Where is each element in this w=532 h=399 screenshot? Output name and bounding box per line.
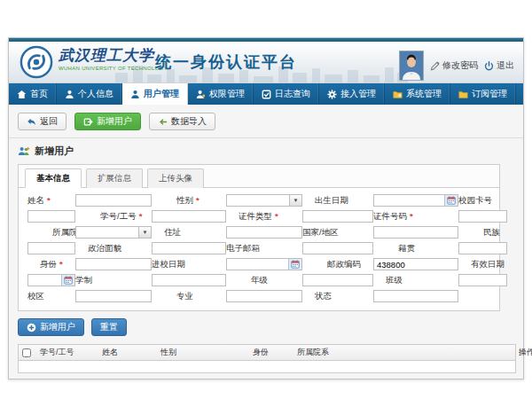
basic-info-form: 姓名* 性别* ▼ 出生日期 校园卡号 学号/工号* 证件类型* 证件号码* 所… xyxy=(19,188,499,310)
nav-item-log-query[interactable]: 日志查询 xyxy=(254,83,319,105)
student-id-input[interactable] xyxy=(152,210,226,223)
change-password-label: 修改密码 xyxy=(442,59,478,72)
status-input[interactable] xyxy=(373,290,458,302)
screenshot-stage: 武汉理工大学 WUHAN UNIVERSITY OF TECHNOLOGY 统一… xyxy=(0,0,532,399)
gender-select[interactable]: ▼ xyxy=(226,194,302,207)
gender-value xyxy=(227,195,289,206)
nav-item-system-mgmt[interactable]: 系统管理 xyxy=(385,83,450,105)
reset-button[interactable]: 重置 xyxy=(91,318,127,336)
address-input[interactable] xyxy=(226,226,302,239)
university-name-block: 武汉理工大学 WUHAN UNIVERSITY OF TECHNOLOGY xyxy=(59,48,168,71)
field-label: 证件类型* xyxy=(226,211,302,223)
id-type-input[interactable] xyxy=(302,210,373,223)
required-star: * xyxy=(59,259,63,269)
person-icon xyxy=(130,90,140,99)
field-label: 出生日期 xyxy=(302,195,373,207)
reset-label: 重置 xyxy=(100,321,118,333)
nav-item-permission-mgmt[interactable]: 权限管理 xyxy=(188,83,254,105)
field-label: 校区 xyxy=(27,291,75,302)
field-label: 进校日期 xyxy=(152,259,226,270)
ethnicity-input[interactable] xyxy=(27,242,75,254)
schooling-length-input[interactable] xyxy=(152,274,226,286)
calendar-icon[interactable] xyxy=(288,259,301,270)
field-label: 性别* xyxy=(152,195,226,207)
log-check-icon xyxy=(262,90,271,99)
field-label: 所属院系 xyxy=(27,227,75,239)
field-label: 籍贯 xyxy=(373,243,458,254)
col-identity: 身份 xyxy=(251,347,295,358)
required-star: * xyxy=(47,195,51,205)
tab-bar: 基本信息 扩展信息 上传头像 xyxy=(19,165,499,188)
user-table: 学号/工号 姓名 性别 身份 所属院系 操作 xyxy=(18,344,516,373)
tab-upload-avatar[interactable]: 上传头像 xyxy=(147,168,204,188)
field-label: 专业 xyxy=(152,291,226,302)
empty-table-body xyxy=(19,361,515,372)
nav-label: 用户管理 xyxy=(144,88,179,100)
user-avatar[interactable] xyxy=(399,51,424,81)
field-label: 状态 xyxy=(302,291,373,302)
data-import-button[interactable]: 数据导入 xyxy=(149,113,215,130)
nav-item-personal-info[interactable]: 个人信息 xyxy=(57,83,122,105)
back-label: 返回 xyxy=(40,115,58,128)
major-input[interactable] xyxy=(226,290,302,302)
nav-label: 权限管理 xyxy=(209,88,245,100)
postal-code-input[interactable] xyxy=(373,258,458,270)
field-label: 政治面貌 xyxy=(75,243,152,254)
folder-icon xyxy=(458,90,468,99)
nav-item-subscription-mgmt[interactable]: 订阅管理 xyxy=(450,83,516,105)
platform-title: 统一身份认证平台 xyxy=(155,51,297,73)
birth-date-field xyxy=(373,194,458,207)
nav-item-user-mgmt[interactable]: 用户管理 xyxy=(122,83,188,105)
add-user-submit-button[interactable]: 新增用户 xyxy=(18,318,84,336)
col-name: 姓名 xyxy=(100,347,159,358)
field-label: 有效日期 xyxy=(458,259,507,270)
select-all-checkbox[interactable] xyxy=(22,348,31,357)
tab-extended-info[interactable]: 扩展信息 xyxy=(86,168,143,188)
campus-input[interactable] xyxy=(75,290,152,302)
person-icon xyxy=(65,90,74,99)
field-label: 校园卡号 xyxy=(458,195,507,207)
name-input[interactable] xyxy=(75,194,152,207)
identity-input[interactable] xyxy=(75,258,152,270)
nav-item-home[interactable]: 首页 xyxy=(9,83,57,105)
required-star: * xyxy=(410,211,413,221)
email-input[interactable] xyxy=(302,242,373,254)
col-gender: 性别 xyxy=(159,347,251,358)
political-status-input[interactable] xyxy=(152,242,226,254)
grade-input[interactable] xyxy=(302,274,373,286)
field-label: 住址 xyxy=(152,227,226,239)
required-star: * xyxy=(275,211,278,221)
plus-circle-icon xyxy=(27,323,36,332)
nav-label: 个人信息 xyxy=(78,88,113,100)
university-name-cn: 武汉理工大学 xyxy=(59,48,168,63)
change-password-link[interactable]: 修改密码 xyxy=(430,59,478,72)
gear-icon xyxy=(327,90,337,99)
entry-date-field xyxy=(226,258,302,270)
calendar-icon[interactable] xyxy=(61,275,74,286)
nav-label: 首页 xyxy=(30,88,48,100)
add-user-submit-label: 新增用户 xyxy=(40,321,75,333)
power-icon xyxy=(484,61,494,71)
class-input[interactable] xyxy=(458,274,507,286)
chevron-down-icon[interactable]: ▼ xyxy=(138,227,151,238)
chevron-down-icon[interactable]: ▼ xyxy=(289,195,301,206)
field-label: 学制 xyxy=(75,275,152,286)
country-region-input[interactable] xyxy=(373,226,458,239)
add-user-people-icon xyxy=(18,146,30,157)
department-select[interactable]: ▼ xyxy=(75,226,152,239)
id-number-input[interactable] xyxy=(458,210,507,223)
col-student-id: 学号/工号 xyxy=(38,347,100,358)
field-label: 民族 xyxy=(458,227,507,239)
back-button[interactable]: 返回 xyxy=(18,113,66,130)
logout-link[interactable]: 退出 xyxy=(484,59,514,72)
col-operations: 操作 xyxy=(517,347,532,358)
native-place-input[interactable] xyxy=(458,242,507,254)
nav-item-access-mgmt[interactable]: 接入管理 xyxy=(319,83,385,105)
header-right: 修改密码 退出 xyxy=(399,51,514,81)
campus-card-input[interactable] xyxy=(27,210,75,223)
required-star: * xyxy=(196,195,200,205)
add-user-toolbar-button[interactable]: 新增用户 xyxy=(74,113,141,130)
field-label: 电子邮箱 xyxy=(226,243,302,254)
calendar-icon[interactable] xyxy=(444,195,458,206)
tab-basic-info[interactable]: 基本信息 xyxy=(25,168,82,188)
